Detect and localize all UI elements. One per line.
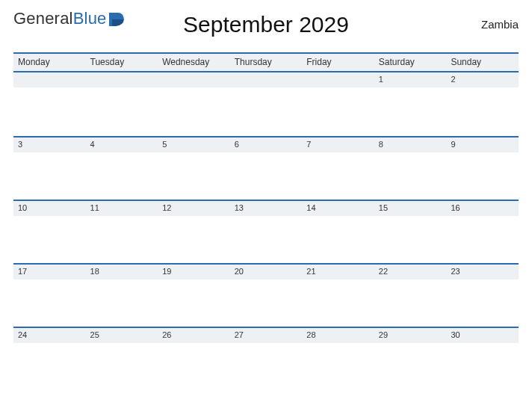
day-body — [302, 152, 374, 201]
day-body — [230, 152, 303, 201]
week-row: 1 2 — [13, 72, 519, 136]
day-cell: 17 — [13, 263, 86, 327]
day-number: 8 — [374, 136, 447, 152]
day-number: 15 — [374, 200, 447, 216]
day-body — [13, 152, 86, 201]
week-row: 10 11 12 13 14 15 16 — [13, 200, 519, 263]
day-body — [302, 216, 374, 265]
day-cell: 29 — [374, 327, 447, 390]
day-body — [158, 279, 230, 328]
day-body — [374, 152, 447, 201]
day-number: 13 — [230, 200, 303, 216]
dow-cell: Thursday — [230, 54, 303, 71]
day-body — [446, 152, 519, 201]
day-cell: 9 — [446, 136, 519, 200]
day-number — [13, 72, 86, 87]
day-cell: 15 — [374, 200, 447, 263]
day-number: 9 — [446, 136, 519, 152]
day-body — [86, 152, 158, 201]
day-cell: 3 — [13, 136, 86, 200]
day-number: 27 — [230, 327, 303, 343]
day-number: 21 — [302, 263, 374, 279]
day-cell: 27 — [230, 327, 303, 390]
day-of-week-header: Monday Tuesday Wednesday Thursday Friday… — [13, 54, 519, 72]
country-label: Zambia — [481, 18, 519, 31]
day-number: 3 — [13, 136, 86, 152]
day-number: 29 — [374, 327, 447, 343]
day-body — [13, 216, 86, 265]
day-body — [158, 87, 230, 136]
day-number: 28 — [302, 327, 374, 343]
day-number — [158, 72, 230, 87]
day-number — [302, 72, 374, 87]
day-number: 20 — [230, 263, 303, 279]
day-body — [374, 279, 447, 328]
day-cell: 4 — [86, 136, 158, 200]
day-cell: 7 — [302, 136, 374, 200]
calendar-weeks: 1 2 3 4 5 6 7 8 9 10 11 12 13 14 15 16 — [13, 72, 519, 390]
day-number: 24 — [13, 327, 86, 343]
day-body — [230, 87, 303, 136]
dow-cell: Sunday — [446, 54, 519, 71]
day-cell — [13, 72, 86, 136]
day-body — [86, 216, 158, 265]
day-body — [86, 343, 158, 392]
day-cell: 2 — [446, 72, 519, 136]
day-number: 7 — [302, 136, 374, 152]
day-number: 26 — [158, 327, 230, 343]
day-body — [446, 343, 519, 392]
day-body — [446, 216, 519, 265]
day-cell: 14 — [302, 200, 374, 263]
day-cell: 5 — [158, 136, 230, 200]
day-body — [302, 87, 374, 136]
header: GeneralBlue September 2029 Zambia — [13, 7, 519, 49]
day-body — [158, 343, 230, 392]
day-cell: 28 — [302, 327, 374, 390]
day-number: 30 — [446, 327, 519, 343]
day-number: 14 — [302, 200, 374, 216]
day-number: 11 — [86, 200, 158, 216]
day-cell: 21 — [302, 263, 374, 327]
day-body — [230, 343, 303, 392]
day-cell — [86, 72, 158, 136]
day-number: 25 — [86, 327, 158, 343]
day-body — [446, 279, 519, 328]
day-cell: 18 — [86, 263, 158, 327]
day-number: 1 — [374, 72, 447, 87]
day-cell: 11 — [86, 200, 158, 263]
day-cell: 20 — [230, 263, 303, 327]
day-number: 12 — [158, 200, 230, 216]
day-cell: 8 — [374, 136, 447, 200]
day-cell: 12 — [158, 200, 230, 263]
day-body — [158, 216, 230, 265]
week-row: 24 25 26 27 28 29 30 — [13, 327, 519, 390]
day-number: 17 — [13, 263, 86, 279]
calendar-page: GeneralBlue September 2029 Zambia Monday… — [0, 0, 532, 411]
day-number: 18 — [86, 263, 158, 279]
dow-cell: Monday — [13, 54, 86, 71]
day-number: 16 — [446, 200, 519, 216]
day-number — [86, 72, 158, 87]
day-cell — [158, 72, 230, 136]
day-body — [446, 87, 519, 136]
day-number: 22 — [374, 263, 447, 279]
day-number: 10 — [13, 200, 86, 216]
day-cell: 22 — [374, 263, 447, 327]
day-cell: 24 — [13, 327, 86, 390]
day-cell: 16 — [446, 200, 519, 263]
day-cell — [302, 72, 374, 136]
day-cell: 25 — [86, 327, 158, 390]
page-title: September 2029 — [13, 12, 519, 37]
week-row: 3 4 5 6 7 8 9 — [13, 136, 519, 200]
day-body — [302, 343, 374, 392]
day-cell: 10 — [13, 200, 86, 263]
day-body — [230, 216, 303, 265]
day-body — [158, 152, 230, 201]
calendar: Monday Tuesday Wednesday Thursday Friday… — [13, 52, 519, 390]
day-number — [230, 72, 303, 87]
day-body — [302, 279, 374, 328]
day-number: 5 — [158, 136, 230, 152]
day-number: 19 — [158, 263, 230, 279]
day-body — [374, 87, 447, 136]
day-body — [13, 279, 86, 328]
